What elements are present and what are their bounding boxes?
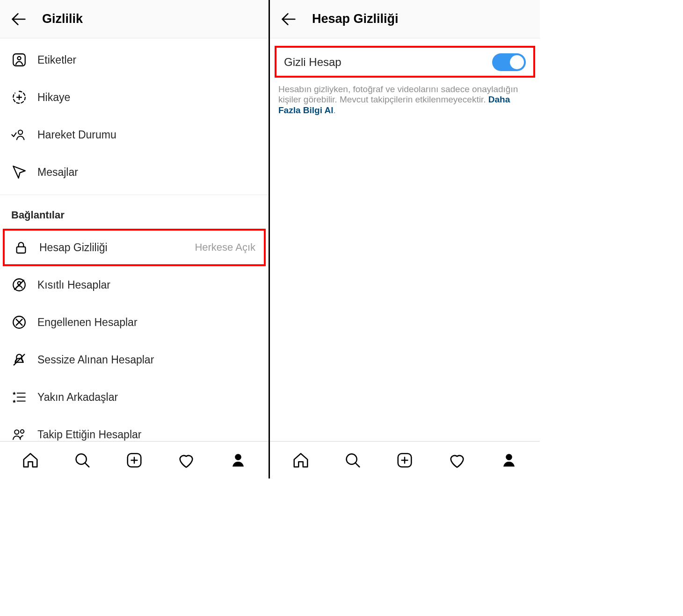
svg-point-33 bbox=[506, 454, 513, 460]
private-account-row: Gizli Hesap bbox=[276, 48, 533, 76]
nav-activity[interactable] bbox=[447, 450, 467, 470]
desc-text: Hesabın gizliyken, fotoğraf ve videoları… bbox=[278, 84, 518, 104]
nav-profile[interactable] bbox=[499, 450, 519, 470]
item-story[interactable]: Hikaye bbox=[0, 79, 269, 116]
nav-profile[interactable] bbox=[228, 450, 248, 470]
section-connections: Bağlantılar bbox=[0, 195, 269, 229]
nav-search[interactable] bbox=[343, 450, 363, 470]
bottom-nav-left bbox=[0, 441, 269, 478]
nav-activity[interactable] bbox=[176, 450, 196, 470]
private-account-toggle[interactable] bbox=[492, 53, 526, 71]
back-button[interactable] bbox=[278, 9, 299, 29]
svg-marker-17 bbox=[13, 391, 16, 395]
item-label: Yakın Arkadaşlar bbox=[37, 391, 257, 404]
item-account-privacy[interactable]: Hesap Gizliliği Herkese Açık bbox=[3, 229, 266, 266]
item-activity-status[interactable]: Hareket Durumu bbox=[0, 116, 269, 153]
nav-new-post[interactable] bbox=[124, 450, 144, 470]
following-icon bbox=[11, 427, 27, 441]
svg-point-19 bbox=[15, 430, 19, 434]
item-following-accounts[interactable]: Takip Ettiğin Hesaplar bbox=[0, 416, 269, 441]
item-close-friends[interactable]: Yakın Arkadaşlar bbox=[0, 378, 269, 416]
messages-icon bbox=[11, 164, 27, 180]
private-account-label: Gizli Hesap bbox=[284, 56, 492, 69]
item-blocked-accounts[interactable]: Engellenen Hesaplar bbox=[0, 304, 269, 341]
tags-icon bbox=[11, 52, 27, 68]
lock-icon bbox=[13, 239, 29, 255]
nav-home[interactable] bbox=[291, 450, 311, 470]
item-label: Mesajlar bbox=[37, 166, 257, 179]
item-label: Etiketler bbox=[37, 54, 257, 66]
toggle-knob bbox=[510, 55, 524, 69]
item-muted-accounts[interactable]: Sessize Alınan Hesaplar bbox=[0, 341, 269, 378]
story-icon bbox=[11, 89, 27, 105]
desc-suffix: . bbox=[334, 105, 336, 115]
activity-icon bbox=[11, 127, 27, 143]
svg-marker-18 bbox=[13, 399, 16, 403]
header-left: Gizlilik bbox=[0, 0, 269, 38]
restricted-icon bbox=[11, 277, 27, 293]
svg-point-26 bbox=[235, 454, 241, 460]
item-label: Kısıtlı Hesaplar bbox=[37, 279, 257, 291]
private-account-description: Hesabın gizliyken, fotoğraf ve videoları… bbox=[270, 78, 540, 116]
private-account-highlight: Gizli Hesap bbox=[275, 46, 535, 78]
nav-home[interactable] bbox=[21, 450, 40, 470]
item-restricted-accounts[interactable]: Kısıtlı Hesaplar bbox=[0, 266, 269, 304]
privacy-settings-panel: Gizlilik Etiketler Hikaye Hareket Durumu bbox=[0, 0, 270, 478]
muted-icon bbox=[11, 352, 27, 368]
item-label: Hesap Gizliliği bbox=[39, 241, 184, 254]
svg-rect-6 bbox=[17, 247, 26, 253]
item-tags[interactable]: Etiketler bbox=[0, 41, 269, 79]
account-privacy-panel: Hesap Gizliliği Gizli Hesap Hesabın gizl… bbox=[270, 0, 540, 478]
svg-line-22 bbox=[85, 463, 89, 467]
item-label: Sessize Alınan Hesaplar bbox=[37, 354, 257, 366]
svg-line-29 bbox=[356, 463, 360, 467]
nav-new-post[interactable] bbox=[395, 450, 414, 470]
header-right: Hesap Gizliliği bbox=[270, 0, 540, 38]
account-privacy-content: Gizli Hesap Hesabın gizliyken, fotoğraf … bbox=[270, 38, 540, 441]
item-messages[interactable]: Mesajlar bbox=[0, 153, 269, 191]
item-label: Hareket Durumu bbox=[37, 129, 257, 141]
svg-point-20 bbox=[21, 430, 24, 433]
bottom-nav-right bbox=[270, 441, 540, 478]
item-value: Herkese Açık bbox=[195, 241, 255, 254]
item-label: Engellenen Hesaplar bbox=[37, 316, 257, 329]
svg-line-13 bbox=[14, 355, 25, 365]
back-button[interactable] bbox=[8, 9, 29, 29]
svg-point-5 bbox=[18, 130, 22, 134]
svg-point-2 bbox=[17, 57, 21, 60]
nav-search[interactable] bbox=[73, 450, 92, 470]
blocked-icon bbox=[11, 314, 27, 330]
privacy-list: Etiketler Hikaye Hareket Durumu Mesajlar… bbox=[0, 38, 269, 441]
page-title: Gizlilik bbox=[42, 12, 83, 26]
item-label: Takip Ettiğin Hesaplar bbox=[37, 428, 257, 441]
item-label: Hikaye bbox=[37, 91, 257, 104]
closefriends-icon bbox=[11, 389, 27, 405]
page-title: Hesap Gizliliği bbox=[312, 12, 399, 26]
